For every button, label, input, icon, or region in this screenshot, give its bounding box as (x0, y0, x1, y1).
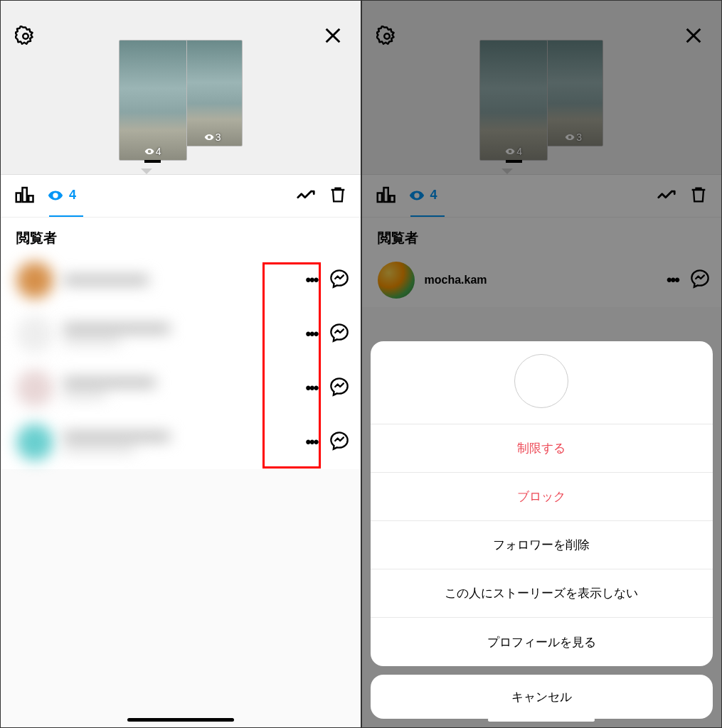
eye-icon (48, 188, 63, 203)
messenger-icon[interactable] (329, 377, 349, 400)
avatar (16, 262, 53, 299)
sheet-avatar-area (371, 341, 713, 424)
viewers-pane-right: 4 3 4 閲覧者 (361, 0, 723, 728)
messenger-icon[interactable] (329, 323, 349, 346)
delete-button[interactable] (328, 185, 348, 208)
stats-bar: 4 (1, 175, 361, 218)
settings-button[interactable] (15, 26, 36, 50)
promote-button[interactable] (295, 184, 317, 208)
story-thumbnails: 4 3 (119, 40, 243, 161)
eye-icon (204, 132, 214, 142)
messenger-icon[interactable] (329, 431, 349, 454)
thumb-views-1: 4 (144, 146, 161, 157)
story-thumb-2[interactable]: 3 (183, 40, 243, 146)
avatar (16, 424, 53, 461)
story-header: 4 3 (1, 1, 361, 175)
active-tab-indicator (49, 215, 83, 217)
messenger-icon[interactable] (329, 269, 349, 291)
close-button[interactable] (323, 26, 343, 48)
home-indicator (127, 718, 234, 722)
svg-rect-3 (28, 196, 33, 202)
annotation-highlight (262, 262, 321, 469)
eye-icon (144, 146, 154, 156)
action-sheet: 制限する ブロック フォロワーを削除 この人にストーリーズを表示しない プロフィ… (362, 333, 722, 727)
viewers-pane-left: 4 3 4 閲覧者 (0, 0, 361, 728)
avatar (16, 370, 53, 407)
sheet-avatar (514, 354, 568, 408)
avatar (16, 316, 53, 353)
sheet-remove-follower[interactable]: フォロワーを削除 (371, 521, 713, 569)
sheet-view-profile[interactable]: プロフィールを見る (371, 618, 713, 666)
views-tab[interactable]: 4 (48, 188, 76, 205)
svg-rect-1 (16, 193, 21, 202)
svg-point-0 (23, 33, 28, 39)
sheet-block[interactable]: ブロック (371, 473, 713, 521)
viewers-heading: 閲覧者 (1, 218, 361, 253)
sheet-hide-story[interactable]: この人にストーリーズを表示しない (371, 569, 713, 618)
story-thumb-1[interactable]: 4 (119, 40, 187, 161)
insights-button[interactable] (14, 184, 35, 208)
home-indicator (488, 718, 595, 722)
sheet-restrict[interactable]: 制限する (371, 424, 713, 473)
sheet-cancel[interactable]: キャンセル (371, 675, 713, 719)
svg-rect-2 (23, 188, 27, 202)
thumb-views-2: 3 (204, 132, 221, 143)
